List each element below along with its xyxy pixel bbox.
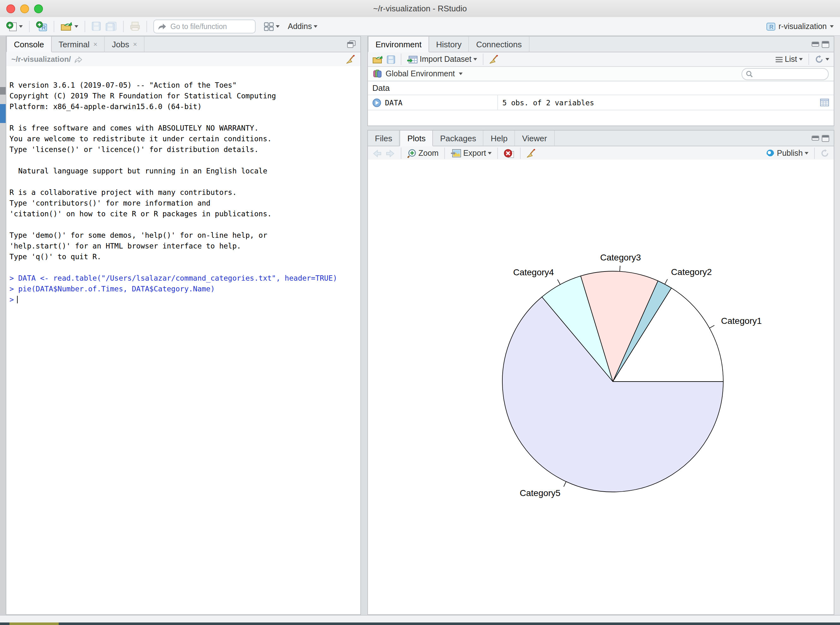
global-environment-icon [373, 69, 382, 78]
export-plot-button[interactable]: Export [450, 149, 492, 158]
new-project-icon: R [36, 21, 47, 31]
goto-file-function-box[interactable] [153, 19, 256, 33]
close-terminal-tab-icon[interactable]: × [94, 40, 98, 48]
view-data-grid-icon[interactable] [820, 98, 829, 107]
previous-plot-arrow-icon[interactable] [372, 149, 382, 157]
save-workspace-icon[interactable] [387, 55, 395, 64]
project-cube-icon: R [766, 22, 775, 31]
import-dataset-button[interactable]: Import Dataset [407, 55, 477, 64]
environment-scope-label[interactable]: Global Environment [386, 69, 455, 78]
console-output[interactable]: R version 3.6.1 (2019-07-05) -- "Action … [6, 66, 360, 614]
goto-arrow-icon [158, 22, 166, 30]
refresh-plot-icon[interactable] [820, 149, 829, 158]
panes-caret-icon [276, 25, 280, 28]
working-directory-label: ~/r-visualization/ [11, 55, 71, 64]
plots-tabbar: Files Plots Packages Help Viewer [368, 131, 834, 146]
minimize-environment-pane-button[interactable] [812, 42, 819, 47]
list-view-caret-icon [799, 58, 803, 61]
zoom-plot-button[interactable]: Zoom [407, 149, 439, 158]
svg-text:R: R [769, 24, 773, 30]
close-jobs-tab-icon[interactable]: × [133, 40, 137, 48]
pie-label-tick [558, 279, 560, 285]
tab-packages[interactable]: Packages [433, 131, 484, 146]
addins-button[interactable]: Addins [288, 22, 318, 31]
search-icon [746, 70, 753, 77]
new-file-button[interactable] [6, 21, 23, 31]
save-button[interactable] [92, 22, 101, 31]
expand-object-icon[interactable] [372, 98, 381, 107]
remove-plot-icon[interactable] [503, 149, 514, 158]
zoom-magnifier-icon [407, 149, 416, 158]
tab-jobs[interactable]: Jobs × [105, 37, 145, 52]
toolbar-separator [84, 20, 85, 32]
pie-label-tick [564, 482, 566, 487]
print-button[interactable] [130, 22, 140, 31]
clear-console-broom-icon[interactable] [346, 54, 355, 64]
goto-directory-icon[interactable] [75, 56, 83, 63]
console-line [9, 262, 360, 273]
minimize-plots-pane-button[interactable] [812, 135, 819, 141]
console-line: R is free software and comes with ABSOLU… [9, 123, 360, 134]
new-project-button[interactable]: R [36, 21, 47, 31]
tab-files[interactable]: Files [368, 131, 400, 146]
refresh-icon [815, 55, 824, 64]
object-summary: 5 obs. of 2 variables [498, 98, 594, 107]
save-all-button[interactable] [105, 22, 117, 31]
maximize-console-pane-icon[interactable] [347, 40, 356, 48]
titlebar: ~/r-visualization - RStudio [0, 0, 840, 18]
publish-label: Publish [777, 149, 803, 158]
window-footer [0, 615, 840, 622]
toolbar-separator [54, 20, 54, 32]
workspace-panes-button[interactable] [264, 22, 280, 31]
console-input-line: > DATA <- read.table("/Users/lsalazar/co… [9, 273, 360, 284]
console-line: Copyright (C) 2019 The R Foundation for … [9, 91, 360, 101]
environment-search-input[interactable] [756, 69, 821, 78]
tab-connections-label: Connections [476, 39, 522, 49]
environment-view-mode-button[interactable]: List [775, 55, 803, 64]
environment-object-row[interactable]: DATA 5 obs. of 2 variables [368, 95, 834, 110]
maximize-environment-pane-button[interactable] [822, 41, 829, 48]
console-line: Type 'q()' to quit R. [9, 252, 360, 262]
pie-label-tick [709, 325, 714, 328]
save-all-icon [105, 22, 117, 31]
pie-chart: Category1Category2Category3Category4Cate… [368, 160, 834, 614]
zoom-plot-label: Zoom [418, 149, 439, 158]
publish-plot-button[interactable]: Publish [765, 149, 809, 158]
maximize-plots-pane-button[interactable] [822, 135, 829, 141]
goto-file-function-input[interactable] [169, 22, 241, 31]
tab-viewer[interactable]: Viewer [515, 131, 555, 146]
console-line: Type 'license()' or 'licence()' for dist… [9, 145, 360, 155]
project-menu-button[interactable]: R r-visualization [766, 22, 834, 31]
desktop-accent [9, 622, 59, 625]
main-toolbar: R [0, 17, 840, 36]
clear-all-plots-broom-icon[interactable] [526, 149, 536, 158]
next-plot-arrow-icon[interactable] [386, 149, 395, 157]
pie-label-category5: Category5 [520, 488, 560, 498]
console-line [9, 112, 360, 123]
console-line [9, 219, 360, 230]
tab-plots[interactable]: Plots [400, 131, 433, 146]
tab-connections[interactable]: Connections [469, 37, 530, 52]
tab-console[interactable]: Console [6, 37, 51, 52]
console-pane: Console Terminal × Jobs × ~/r-visualizat… [6, 36, 361, 615]
open-file-caret-icon [75, 25, 78, 28]
open-file-button[interactable] [61, 22, 78, 31]
tab-help[interactable]: Help [484, 131, 515, 146]
tab-environment[interactable]: Environment [368, 37, 429, 52]
background-window-sliver-mark [0, 87, 6, 95]
console-line: Type 'contributors()' for more informati… [9, 198, 360, 209]
tab-terminal[interactable]: Terminal × [51, 37, 105, 52]
publish-caret-icon [805, 152, 809, 154]
toolbar-separator [29, 20, 30, 32]
console-input-line: > [9, 294, 360, 305]
load-workspace-folder-icon[interactable] [372, 55, 383, 64]
refresh-environment-button[interactable] [815, 55, 829, 64]
console-line: You are welcome to redistribute it under… [9, 134, 360, 145]
environment-search-box[interactable] [742, 68, 829, 80]
clear-environment-broom-icon[interactable] [489, 54, 499, 64]
list-view-label: List [785, 55, 797, 64]
tab-history[interactable]: History [429, 37, 469, 52]
toolbar-separator [814, 148, 815, 159]
tab-history-label: History [436, 39, 462, 49]
background-window-selection [0, 104, 6, 123]
